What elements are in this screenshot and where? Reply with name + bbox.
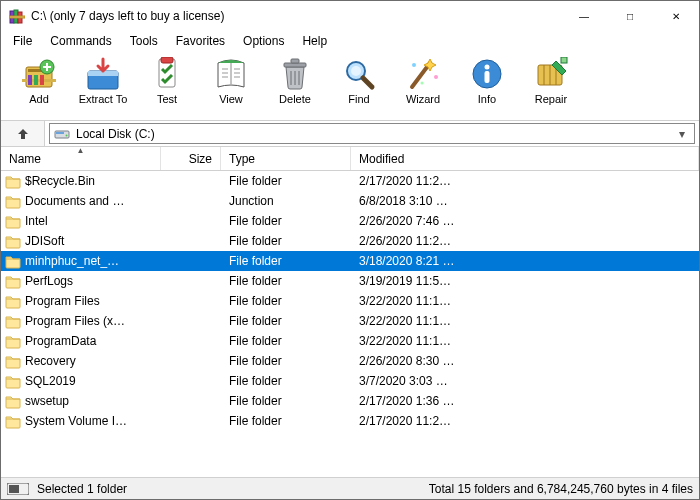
- menu-file[interactable]: File: [5, 33, 40, 49]
- file-name: System Volume I…: [25, 414, 127, 428]
- toolbar-delete-label: Delete: [279, 93, 311, 105]
- column-type[interactable]: Type: [221, 147, 351, 170]
- column-modified-label: Modified: [359, 152, 404, 166]
- file-type: File folder: [221, 394, 351, 408]
- folder-icon: [5, 193, 21, 209]
- file-row[interactable]: Program FilesFile folder3/22/2020 11:1…: [1, 291, 699, 311]
- file-row[interactable]: PerfLogsFile folder3/19/2019 11:5…: [1, 271, 699, 291]
- toolbar-add-button[interactable]: Add: [7, 55, 71, 107]
- toolbar-delete-button[interactable]: Delete: [263, 55, 327, 107]
- toolbar-wizard-button[interactable]: Wizard: [391, 55, 455, 107]
- folder-icon: [5, 353, 21, 369]
- status-right: Total 15 folders and 6,784,245,760 bytes…: [429, 482, 693, 496]
- file-type: File folder: [221, 234, 351, 248]
- file-modified: 3/22/2020 11:1…: [351, 334, 699, 348]
- file-list[interactable]: $Recycle.BinFile folder2/17/2020 11:2…Do…: [1, 171, 699, 471]
- file-row[interactable]: Documents and …Junction6/8/2018 3:10 …: [1, 191, 699, 211]
- folder-icon: [5, 213, 21, 229]
- file-modified: 3/18/2020 8:21 …: [351, 254, 699, 268]
- file-name: minhphuc_net_…: [25, 254, 119, 268]
- column-modified[interactable]: Modified: [351, 147, 699, 170]
- file-type: File folder: [221, 274, 351, 288]
- menu-help[interactable]: Help: [294, 33, 335, 49]
- file-type: File folder: [221, 254, 351, 268]
- file-name: Intel: [25, 214, 48, 228]
- up-button[interactable]: [1, 121, 45, 146]
- file-name: Recovery: [25, 354, 76, 368]
- folder-icon: [5, 333, 21, 349]
- toolbar-info-button[interactable]: Info: [455, 55, 519, 107]
- menu-options[interactable]: Options: [235, 33, 292, 49]
- status-bar: Selected 1 folder Total 15 folders and 6…: [1, 477, 699, 499]
- toolbar-view-button[interactable]: View: [199, 55, 263, 107]
- toolbar-wizard-label: Wizard: [406, 93, 440, 105]
- sort-caret-icon: ▲: [77, 146, 85, 155]
- file-modified: 6/8/2018 3:10 …: [351, 194, 699, 208]
- close-button[interactable]: ✕: [653, 1, 699, 31]
- file-row[interactable]: System Volume I…File folder2/17/2020 11:…: [1, 411, 699, 431]
- folder-icon: [5, 313, 21, 329]
- toolbar-repair-label: Repair: [535, 93, 567, 105]
- file-row[interactable]: JDISoftFile folder2/26/2020 11:2…: [1, 231, 699, 251]
- file-row[interactable]: minhphuc_net_…File folder3/18/2020 8:21 …: [1, 251, 699, 271]
- column-name[interactable]: ▲ Name: [1, 147, 161, 170]
- toolbar-test-button[interactable]: Test: [135, 55, 199, 107]
- add-icon: [22, 57, 56, 91]
- file-row[interactable]: Program Files (x…File folder3/22/2020 11…: [1, 311, 699, 331]
- menu-commands[interactable]: Commands: [42, 33, 119, 49]
- delete-icon: [278, 57, 312, 91]
- toolbar-find-label: Find: [348, 93, 369, 105]
- winrar-icon: [9, 8, 25, 24]
- toolbar-add-label: Add: [29, 93, 49, 105]
- toolbar-info-label: Info: [478, 93, 496, 105]
- minimize-button[interactable]: —: [561, 1, 607, 31]
- column-name-label: Name: [9, 152, 41, 166]
- toolbar-find-button[interactable]: Find: [327, 55, 391, 107]
- toolbar-extract-label: Extract To: [79, 93, 128, 105]
- window-title: C:\ (only 7 days left to buy a license): [31, 9, 224, 23]
- address-text: Local Disk (C:): [76, 127, 155, 141]
- toolbar-extract-button[interactable]: Extract To: [71, 55, 135, 107]
- file-modified: 2/26/2020 7:46 …: [351, 214, 699, 228]
- file-modified: 3/22/2020 11:1…: [351, 294, 699, 308]
- file-type: File folder: [221, 214, 351, 228]
- file-type: File folder: [221, 374, 351, 388]
- menu-favorites[interactable]: Favorites: [168, 33, 233, 49]
- toolbar-repair-button[interactable]: Repair: [519, 55, 583, 107]
- file-row[interactable]: ProgramDataFile folder3/22/2020 11:1…: [1, 331, 699, 351]
- up-arrow-icon: [15, 126, 31, 142]
- file-modified: 2/26/2020 11:2…: [351, 234, 699, 248]
- column-size[interactable]: Size: [161, 147, 221, 170]
- file-type: File folder: [221, 174, 351, 188]
- folder-icon: [5, 273, 21, 289]
- file-row[interactable]: $Recycle.BinFile folder2/17/2020 11:2…: [1, 171, 699, 191]
- file-type: File folder: [221, 294, 351, 308]
- menu-tools[interactable]: Tools: [122, 33, 166, 49]
- folder-icon: [5, 293, 21, 309]
- titlebar: C:\ (only 7 days left to buy a license) …: [1, 1, 699, 31]
- test-icon: [150, 57, 184, 91]
- nav-row: Local Disk (C:) ▾: [1, 121, 699, 147]
- maximize-button[interactable]: □: [607, 1, 653, 31]
- folder-icon: [5, 233, 21, 249]
- file-name: Program Files: [25, 294, 100, 308]
- file-row[interactable]: IntelFile folder2/26/2020 7:46 …: [1, 211, 699, 231]
- file-row[interactable]: SQL2019File folder3/7/2020 3:03 …: [1, 371, 699, 391]
- file-row[interactable]: RecoveryFile folder2/26/2020 8:30 …: [1, 351, 699, 371]
- file-modified: 2/17/2020 1:36 …: [351, 394, 699, 408]
- drive-icon: [54, 126, 70, 142]
- folder-icon: [5, 173, 21, 189]
- column-size-label: Size: [189, 152, 212, 166]
- repair-icon: [534, 57, 568, 91]
- file-name: Documents and …: [25, 194, 124, 208]
- address-bar[interactable]: Local Disk (C:) ▾: [49, 123, 695, 144]
- toolbar-view-label: View: [219, 93, 243, 105]
- file-type: File folder: [221, 414, 351, 428]
- folder-icon: [5, 413, 21, 429]
- extract-icon: [86, 57, 120, 91]
- wizard-icon: [406, 57, 440, 91]
- file-name: Program Files (x…: [25, 314, 125, 328]
- address-dropdown-icon[interactable]: ▾: [674, 127, 690, 141]
- file-row[interactable]: swsetupFile folder2/17/2020 1:36 …: [1, 391, 699, 411]
- menubar: FileCommandsToolsFavoritesOptionsHelp: [1, 31, 699, 51]
